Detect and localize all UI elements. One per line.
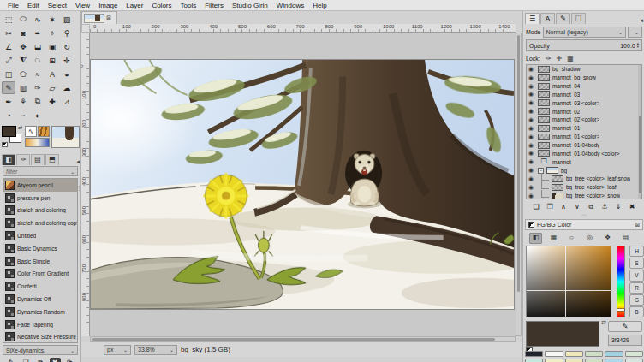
mode-switch-button[interactable]: ⌄ [628, 27, 642, 38]
menu-help[interactable]: Help [308, 2, 331, 9]
active-pattern-preview[interactable] [38, 126, 50, 137]
layer-row-marmot-04[interactable]: ◉marmot_04 [527, 82, 641, 91]
lock-pixels-icon[interactable]: ✑ [546, 55, 552, 62]
ink-tool[interactable]: ✒ [2, 95, 15, 108]
fgbg-color-tab[interactable]: FG/BG Color ⊠ [525, 219, 643, 230]
color-pick-button[interactable]: ✎ [608, 321, 642, 332]
channel-button-r[interactable]: R [629, 282, 644, 294]
flip-tool[interactable]: ◫ [2, 68, 15, 80]
dynamics-item-sketch-and-coloring-copy[interactable]: sketch and coloring copy [3, 217, 77, 229]
color-history-swatch[interactable] [545, 359, 563, 362]
dynamics-item-color-from-gradient[interactable]: Color From Gradient [3, 268, 77, 281]
visibility-eye-icon[interactable]: ◉ [528, 99, 535, 106]
tab-patterns[interactable]: ▤ [31, 154, 45, 165]
tab-fonts[interactable]: A [540, 13, 555, 24]
channel-button-b[interactable]: B [629, 306, 644, 317]
select-by-color-tool[interactable]: ▧ [60, 13, 74, 26]
foreground-select-tool[interactable]: ◙ [16, 27, 30, 39]
visibility-eye-icon[interactable]: ◉ [528, 125, 535, 132]
dynamics-filter-input[interactable]: filter ⌄ [3, 166, 78, 176]
dynamics-item-sketch-and-coloring[interactable]: sketch and coloring [3, 205, 77, 217]
lower-layer-button[interactable]: ∨ [572, 202, 583, 212]
smudge-tool[interactable]: ∽ [16, 109, 30, 122]
dynamics-item-aryeom-pencil[interactable]: Aryeom pencil [3, 179, 77, 192]
visibility-eye-icon[interactable]: ◉ [528, 74, 535, 81]
saturation-value-square[interactable] [526, 246, 611, 317]
active-brush-preview[interactable]: ∿ [25, 126, 37, 137]
dynamics-item-fade-tapering[interactable]: Fade Tapering [3, 318, 77, 331]
selector-palette[interactable]: ❖ [601, 233, 614, 244]
unified-transform-tool[interactable]: ⊞ [45, 54, 59, 67]
mode-dropdown[interactable]: Normal (legacy) ⌄ [543, 27, 626, 38]
color-history-swatch[interactable] [565, 359, 583, 362]
channel-button-s[interactable]: S [629, 258, 644, 269]
dock-menu-icon[interactable]: ◂ [76, 158, 80, 165]
dynamics-item-dynamics-off[interactable]: Dynamics Off [3, 293, 77, 306]
canvas-artwork[interactable] [91, 60, 514, 309]
perspective-tool[interactable]: ⏢ [31, 54, 45, 67]
fg-color-swatch-large[interactable] [526, 321, 599, 347]
dynamics-item-untitled[interactable]: Untitled [3, 229, 77, 242]
channel-button-h[interactable]: H [629, 246, 644, 257]
anchor-layer-button[interactable]: ⚓ [599, 202, 611, 212]
zoom-dropdown[interactable]: 33.8% ⌄ [134, 345, 177, 355]
scrollbar-thumb[interactable] [639, 116, 641, 193]
scale-tool[interactable]: ⤢ [2, 54, 15, 67]
unit-dropdown[interactable]: px ⌄ [104, 345, 131, 355]
visibility-eye-icon[interactable]: ◉ [528, 142, 535, 149]
tab-dynamics[interactable]: ◧ [2, 154, 15, 165]
visibility-eye-icon[interactable]: ◉ [528, 134, 535, 140]
ellipse-select-tool[interactable]: ⬭ [16, 13, 30, 26]
menu-colors[interactable]: Colors [147, 2, 176, 9]
delete-dynamics-button[interactable]: ✖ [50, 358, 61, 362]
airbrush-tool[interactable]: ☁ [60, 81, 74, 94]
dynamics-item-basic-simple[interactable]: Basic Simple [3, 255, 77, 268]
selector-scales[interactable]: ▤ [619, 233, 632, 244]
color-history-swatch[interactable] [525, 351, 543, 357]
color-history-swatch[interactable] [585, 351, 603, 357]
fg-bg-color-widget[interactable]: ⇄ [2, 126, 22, 148]
warp-transform-tool[interactable]: ≈ [31, 68, 45, 80]
layer-row-marmot-01-color[interactable]: ◉marmot_01 <color> [527, 133, 641, 141]
visibility-eye-icon[interactable]: ◉ [528, 150, 535, 157]
layer-row-marmot-bg-snow[interactable]: ◉marmot_bg_snow [527, 74, 641, 82]
rotate-tool[interactable]: ↻ [60, 40, 74, 53]
dynamics-item-confetti[interactable]: Confetti [3, 280, 77, 293]
visibility-eye-icon[interactable]: ◉ [528, 91, 535, 98]
measure-tool[interactable]: ∠ [2, 40, 15, 53]
hex-color-input[interactable]: 3f3429 [608, 335, 642, 346]
layer-row-marmot-01[interactable]: ◉marmot_01 [527, 124, 641, 133]
pencil-tool[interactable]: ✎ [2, 81, 15, 94]
merge-layer-button[interactable]: ⇓ [613, 202, 624, 212]
scrollbar-thumb[interactable] [92, 338, 495, 341]
channel-button-v[interactable]: V [629, 270, 644, 281]
raise-layer-button[interactable]: ∧ [558, 202, 569, 212]
menu-view[interactable]: View [71, 2, 94, 9]
selector-gimp[interactable]: ◧ [529, 233, 542, 244]
cage-transform-tool[interactable]: ⬠ [16, 68, 30, 80]
paintbrush-tool[interactable]: ✑ [31, 81, 45, 94]
fuzzy-select-tool[interactable]: ✶ [45, 13, 59, 26]
scrollbar-thumb[interactable] [517, 35, 520, 292]
close-icon[interactable]: ⊠ [106, 15, 111, 21]
active-image-thumbnail[interactable] [51, 126, 80, 148]
channel-button-g[interactable]: G [629, 294, 644, 306]
dodge-burn-tool[interactable]: ◐ [31, 109, 45, 122]
selector-wheel[interactable]: ◎ [583, 233, 596, 244]
duplicate-layer-button[interactable]: ⧉ [586, 202, 597, 212]
layer-row-marmot[interactable]: ◉❒marmot [527, 157, 641, 166]
spin-down-icon[interactable]: ▾ [637, 45, 639, 49]
delete-layer-button[interactable]: ✖ [627, 202, 638, 212]
paths-tool[interactable]: ✒ [31, 27, 45, 39]
layer-row-marmot-03[interactable]: ◉marmot_03 [527, 91, 641, 99]
visibility-eye-icon[interactable]: ◉ [528, 167, 535, 174]
new-dynamics-button[interactable]: ❏ [21, 358, 32, 362]
layer-row-bg-tree-color-snow[interactable]: ◉bg_tree <color>_snow [527, 192, 641, 199]
scissors-select-tool[interactable]: ✂ [2, 27, 15, 39]
refresh-dynamics-button[interactable]: ⟳ [64, 358, 75, 362]
color-history-swatch[interactable] [545, 351, 563, 357]
selector-cmyk[interactable]: ▦ [547, 233, 560, 244]
layer-row-marmot-03-color[interactable]: ◉marmot_03 <color> [527, 98, 641, 107]
visibility-eye-icon[interactable]: ◉ [528, 83, 535, 90]
color-history-swatch[interactable] [605, 351, 623, 357]
